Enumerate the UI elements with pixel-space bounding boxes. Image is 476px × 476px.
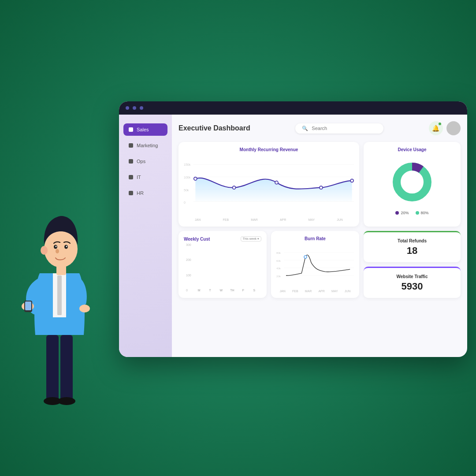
bar-mon: M bbox=[194, 288, 204, 292]
mrr-chart-svg: 150k 100k 50k 0 bbox=[184, 156, 354, 217]
ops-icon bbox=[129, 159, 133, 164]
donut-legend: 20% 80% bbox=[395, 211, 428, 215]
svg-point-8 bbox=[194, 177, 197, 180]
svg-point-39 bbox=[56, 246, 57, 247]
sidebar-item-ops[interactable]: Ops bbox=[123, 155, 167, 167]
search-icon: 🔍 bbox=[302, 126, 308, 131]
browser-content: Sales Marketing Ops IT HR Execu bbox=[119, 115, 467, 357]
search-bar[interactable]: 🔍 bbox=[295, 123, 383, 134]
sidebar-item-it[interactable]: IT bbox=[123, 171, 167, 183]
total-refunds-title: Total Refunds bbox=[398, 238, 427, 243]
burn-mar: MAR bbox=[305, 290, 312, 293]
burn-rate-card: Burn Rate 80k 60k 40k 20k bbox=[271, 231, 359, 298]
y-200: 200 bbox=[186, 258, 191, 261]
x-label-feb: FEB bbox=[223, 218, 229, 221]
total-refunds-card: Total Refunds 18 bbox=[364, 231, 461, 262]
titlebar-dot-1 bbox=[126, 106, 129, 110]
bar-thu-label: TH bbox=[230, 289, 234, 292]
svg-point-27 bbox=[58, 397, 75, 405]
bar-sat: S bbox=[249, 288, 259, 292]
x-label-jan: JAN bbox=[195, 218, 201, 221]
sidebar-label-it: IT bbox=[137, 175, 141, 180]
sidebar-label-sales: Sales bbox=[137, 127, 149, 132]
bell-icon: 🔔 bbox=[432, 125, 439, 132]
svg-text:0: 0 bbox=[184, 201, 186, 204]
browser-window: Sales Marketing Ops IT HR Execu bbox=[119, 101, 467, 357]
marketing-icon bbox=[129, 143, 133, 148]
svg-rect-25 bbox=[60, 335, 73, 401]
main-content: Executive Dashboard 🔍 🔔 Monthly bbox=[172, 115, 467, 357]
svg-text:150k: 150k bbox=[184, 164, 191, 167]
sidebar-label-ops: Ops bbox=[137, 159, 145, 164]
dashboard-grid: Monthly Recurring Revenue 150k 100k 50k … bbox=[178, 142, 461, 298]
donut-chart bbox=[390, 160, 434, 204]
burn-jun: JUN bbox=[345, 290, 351, 293]
svg-point-13 bbox=[397, 167, 428, 197]
bar-tue: T bbox=[205, 288, 215, 292]
legend-green: 80% bbox=[416, 211, 429, 215]
bar-fri-label: F bbox=[242, 289, 244, 292]
svg-point-40 bbox=[66, 246, 67, 247]
burn-rate-x-labels: JAN FEB MAR APR MAY JUN bbox=[276, 290, 354, 293]
header: Executive Dashboard 🔍 🔔 bbox=[178, 121, 461, 135]
svg-point-9 bbox=[233, 186, 236, 189]
bar-fri: F bbox=[238, 288, 248, 292]
sidebar-label-hr: HR bbox=[137, 190, 144, 196]
person-illustration bbox=[13, 176, 115, 432]
bar-tue-label: T bbox=[209, 289, 211, 292]
purple-dot bbox=[395, 211, 399, 215]
svg-rect-41 bbox=[56, 265, 66, 275]
sidebar-item-hr[interactable]: HR bbox=[123, 187, 167, 199]
bar-wed-label: W bbox=[220, 289, 223, 292]
green-dot bbox=[416, 211, 419, 215]
burn-may: MAY bbox=[331, 290, 338, 293]
svg-point-34 bbox=[44, 231, 78, 268]
stats-column: Total Refunds 18 Website Traffic 5930 bbox=[364, 231, 461, 298]
notification-button[interactable]: 🔔 bbox=[429, 121, 443, 135]
bar-sat-label: S bbox=[253, 289, 256, 292]
svg-text:60k: 60k bbox=[276, 259, 281, 262]
bar-mon-label: M bbox=[198, 289, 201, 292]
avatar[interactable] bbox=[446, 121, 461, 135]
bar-thu: TH bbox=[227, 288, 237, 292]
burn-rate-svg: 80k 60k 40k 20k bbox=[276, 245, 354, 289]
hr-icon bbox=[129, 191, 133, 195]
header-icons: 🔔 bbox=[429, 121, 461, 135]
it-icon bbox=[129, 175, 133, 179]
mrr-x-labels: JAN FEB MAR APR MAY JUN bbox=[184, 218, 354, 221]
svg-point-12 bbox=[350, 179, 353, 182]
svg-point-23 bbox=[304, 256, 307, 258]
burn-apr: APR bbox=[318, 290, 324, 293]
svg-text:40k: 40k bbox=[276, 267, 281, 270]
sidebar-item-sales[interactable]: Sales bbox=[123, 123, 167, 136]
svg-point-36 bbox=[56, 249, 59, 253]
svg-text:50k: 50k bbox=[184, 189, 189, 192]
svg-point-11 bbox=[320, 186, 323, 189]
x-label-apr: APR bbox=[280, 218, 286, 221]
svg-point-10 bbox=[275, 181, 278, 184]
svg-text:20k: 20k bbox=[276, 275, 281, 278]
notification-dot bbox=[439, 123, 441, 125]
sidebar-item-marketing[interactable]: Marketing bbox=[123, 139, 167, 152]
sales-icon bbox=[129, 127, 133, 132]
weekly-cust-title: Weekly Cust bbox=[184, 237, 210, 242]
search-input[interactable] bbox=[312, 126, 377, 131]
svg-rect-29 bbox=[57, 275, 62, 315]
weekly-filter[interactable]: This week ▾ bbox=[241, 236, 261, 242]
titlebar-dot-2 bbox=[133, 106, 136, 110]
legend-purple: 20% bbox=[395, 211, 409, 215]
page-title: Executive Dashboard bbox=[178, 124, 250, 132]
titlebar-dot-3 bbox=[140, 106, 143, 110]
burn-feb: FEB bbox=[292, 290, 298, 293]
svg-rect-24 bbox=[46, 335, 59, 401]
weekly-cust-card: Weekly Cust This week ▾ 300 200 100 0 bbox=[178, 231, 267, 298]
website-traffic-title: Website Traffic bbox=[397, 274, 428, 279]
y-300: 300 bbox=[186, 243, 191, 246]
x-label-jun: JUN bbox=[337, 218, 343, 221]
x-label-may: MAY bbox=[308, 218, 315, 221]
y-100: 100 bbox=[186, 274, 191, 277]
sidebar: Sales Marketing Ops IT HR bbox=[119, 115, 172, 357]
website-traffic-card: Website Traffic 5930 bbox=[364, 267, 461, 298]
device-usage-title: Device Usage bbox=[398, 147, 426, 152]
legend-purple-label: 20% bbox=[401, 211, 409, 215]
